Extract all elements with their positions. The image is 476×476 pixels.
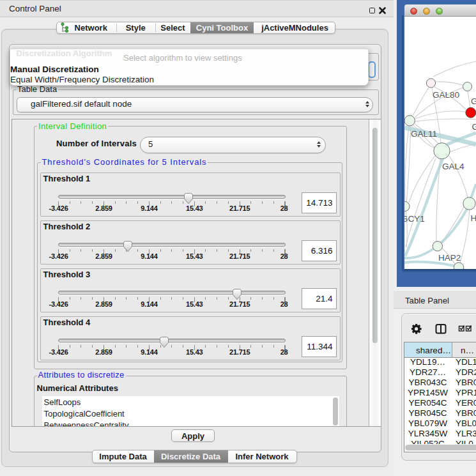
svg-text:GAL4: GAL4 [442, 162, 464, 171]
svg-text:GCY1: GCY1 [404, 214, 425, 224]
svg-text:H: H [471, 213, 476, 223]
svg-text:GAL11: GAL11 [411, 129, 437, 139]
svg-text:GAL80: GAL80 [433, 90, 459, 100]
svg-text:HAP2: HAP2 [438, 253, 461, 263]
svg-text:GA: GA [471, 96, 476, 106]
svg-text:G: G [472, 122, 476, 132]
